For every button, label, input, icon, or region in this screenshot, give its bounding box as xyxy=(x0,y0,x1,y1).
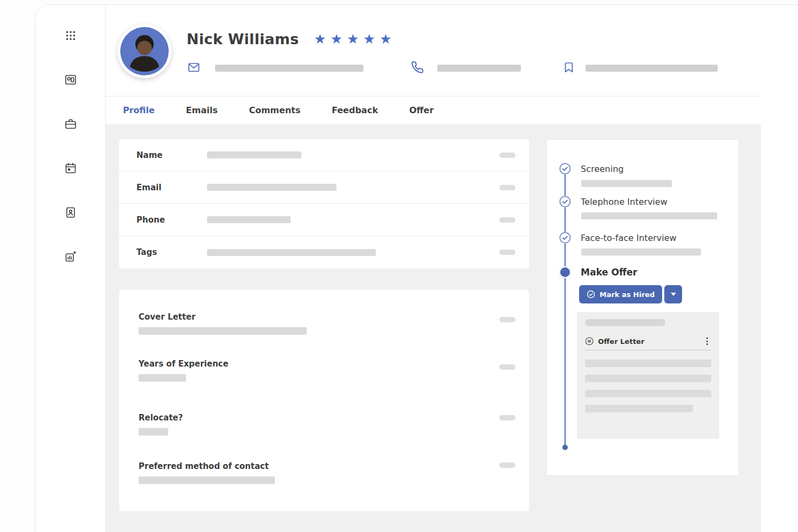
tab-offer[interactable]: Offer xyxy=(409,105,434,115)
sidebar-item-boards[interactable] xyxy=(63,72,79,88)
kebab-menu-icon[interactable] xyxy=(703,335,711,347)
hire-actions: Mark as Hired xyxy=(579,285,682,303)
candidate-header: Nick Williams ★★★★★ xyxy=(106,5,761,96)
field-label: Phone xyxy=(119,215,207,225)
step-label: Telephone Interview xyxy=(581,197,668,207)
app-window: Nick Williams ★★★★★ Profile Emails Comme… xyxy=(35,4,798,532)
placeholder-bar xyxy=(139,476,275,484)
mark-as-hired-label: Mark as Hired xyxy=(600,291,655,299)
apps-grid-icon xyxy=(65,30,77,42)
pipeline-step-make-offer: Make Offer xyxy=(559,266,637,278)
star-rating[interactable]: ★★★★★ xyxy=(314,32,396,46)
placeholder-bar xyxy=(207,151,301,158)
field-label: Preferred method of contact xyxy=(139,461,275,471)
row-action-placeholder xyxy=(499,415,515,420)
placeholder-bar xyxy=(585,390,711,397)
field-relocate: Relocate? xyxy=(139,413,183,436)
field-years-experience: Years of Experience xyxy=(139,359,229,382)
sidebar xyxy=(36,5,106,532)
placeholder-bar xyxy=(207,184,336,191)
bookmark-placeholder-bar xyxy=(586,65,718,72)
placeholder-bar xyxy=(585,375,711,382)
calendar-icon xyxy=(64,162,77,175)
placeholder-bar xyxy=(581,180,672,187)
tab-emails[interactable]: Emails xyxy=(186,105,218,115)
placeholder-bar xyxy=(139,327,307,335)
sidebar-item-calendar[interactable] xyxy=(63,160,79,176)
row-action-placeholder xyxy=(499,462,515,468)
name-row: Nick Williams ★★★★★ xyxy=(187,31,396,47)
placeholder-bar xyxy=(585,405,693,412)
pipeline-end-dot xyxy=(562,445,568,450)
field-label: Relocate? xyxy=(139,413,183,423)
field-contact-method: Preferred method of contact xyxy=(139,461,275,484)
mark-as-hired-button[interactable]: Mark as Hired xyxy=(579,285,662,303)
profile-fields-card: Name Email Phone Tags xyxy=(119,139,529,268)
field-row-email: Email xyxy=(119,171,529,204)
email-icon xyxy=(187,62,201,74)
field-label: Email xyxy=(119,183,207,192)
step-done-icon xyxy=(559,232,571,244)
sidebar-item-apps[interactable] xyxy=(63,27,79,44)
content-area: Name Email Phone Tags xyxy=(106,125,761,532)
placeholder-bar xyxy=(581,248,701,255)
hiring-pipeline-card: Screening Telephone Interview Face-to-fa… xyxy=(546,139,739,476)
pipeline-step-screening: Screening xyxy=(559,163,624,175)
jobs-briefcase-icon xyxy=(64,118,77,130)
step-current-icon xyxy=(559,266,571,278)
field-row-phone: Phone xyxy=(119,204,529,236)
avatar-photo xyxy=(120,27,169,75)
field-label: Name xyxy=(119,150,207,160)
placeholder-bar xyxy=(207,249,376,256)
row-action-placeholder xyxy=(499,250,515,255)
candidate-name: Nick Williams xyxy=(187,31,299,47)
field-row-tags: Tags xyxy=(119,236,529,268)
field-row-name: Name xyxy=(119,139,529,171)
offer-letter-row[interactable]: Offer Letter xyxy=(585,333,711,350)
placeholder-bar xyxy=(139,374,186,382)
tab-bar: Profile Emails Comments Feedback Offer xyxy=(106,96,761,125)
document-icon xyxy=(585,337,594,346)
pipeline-line xyxy=(565,171,566,447)
offer-letter-title: Offer Letter xyxy=(598,337,644,346)
placeholder-bar xyxy=(581,212,717,219)
sidebar-item-jobs[interactable] xyxy=(63,116,79,132)
email-placeholder-bar xyxy=(215,65,363,72)
hired-dropdown-button[interactable] xyxy=(664,285,682,303)
placeholder-bar xyxy=(207,216,291,223)
step-label: Face-to-face Interview xyxy=(581,233,677,243)
pipeline-step-telephone: Telephone Interview xyxy=(559,196,668,208)
row-action-placeholder xyxy=(499,185,515,190)
tab-comments[interactable]: Comments xyxy=(249,105,301,115)
offer-document-panel: Offer Letter xyxy=(577,312,719,439)
row-action-placeholder xyxy=(499,153,515,158)
details-card: Cover Letter Years of Experience Relocat… xyxy=(119,290,529,511)
sidebar-item-contacts[interactable] xyxy=(63,204,79,220)
main-area: Nick Williams ★★★★★ Profile Emails Comme… xyxy=(106,5,761,532)
check-circle-icon xyxy=(587,290,595,299)
chevron-down-icon xyxy=(671,293,676,296)
field-label: Tags xyxy=(119,247,207,257)
placeholder-pill xyxy=(585,319,665,326)
row-action-placeholder xyxy=(499,317,515,322)
boards-icon xyxy=(64,73,77,86)
field-cover-letter: Cover Letter xyxy=(139,312,307,335)
bookmark-icon xyxy=(563,60,575,74)
step-label: Make Offer xyxy=(581,267,637,278)
field-label: Years of Experience xyxy=(139,359,229,369)
tab-profile[interactable]: Profile xyxy=(123,105,155,115)
phone-placeholder-bar xyxy=(437,65,521,72)
avatar xyxy=(118,24,171,78)
tab-feedback[interactable]: Feedback xyxy=(332,105,378,115)
sidebar-item-reports[interactable] xyxy=(63,248,79,265)
contacts-card-icon xyxy=(64,206,77,219)
field-label: Cover Letter xyxy=(139,312,307,322)
placeholder-bar xyxy=(139,428,168,436)
placeholder-bar xyxy=(585,360,711,367)
step-label: Screening xyxy=(581,164,624,174)
phone-icon xyxy=(411,61,424,74)
row-action-placeholder xyxy=(499,217,515,223)
add-report-chart-icon xyxy=(64,250,77,263)
step-done-icon xyxy=(559,196,571,208)
row-action-placeholder xyxy=(499,364,515,370)
